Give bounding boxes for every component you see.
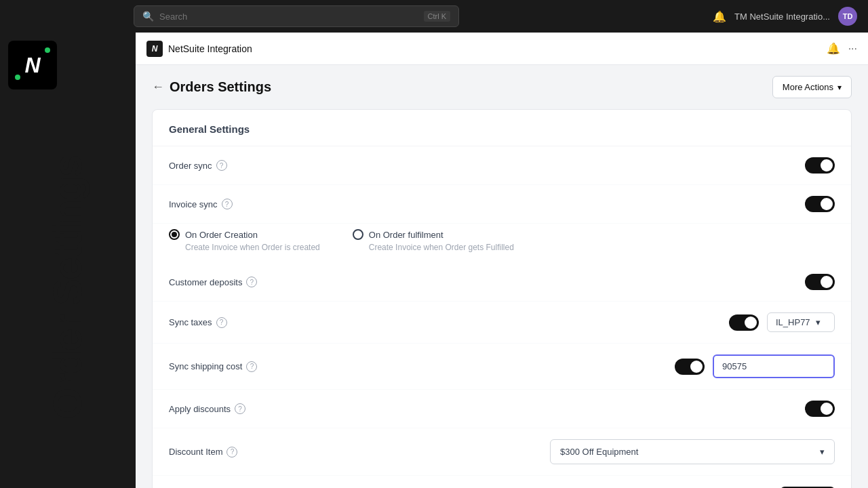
more-actions-label: More Actions xyxy=(783,82,833,92)
logo-dot-green-top xyxy=(45,47,50,53)
top-navigation: 🔍 Ctrl K 🔔 TM NetSuite Integratio... TD xyxy=(0,0,868,33)
apply-discounts-label: Apply discounts ? xyxy=(169,403,359,414)
apply-discounts-control xyxy=(805,401,835,417)
on-order-fulfilment-desc: Create Invoice when Order gets Fulfilled xyxy=(369,243,514,252)
page-title: Orders Settings xyxy=(170,79,271,95)
search-bar[interactable]: 🔍 Ctrl K xyxy=(134,5,459,27)
apply-discounts-toggle[interactable] xyxy=(805,401,835,417)
sync-taxes-dropdown-value: IL_HP77 xyxy=(776,317,810,327)
on-order-creation-text: On Order Creation xyxy=(185,230,258,240)
invoice-sync-row: Invoice sync ? xyxy=(153,185,851,224)
sync-taxes-help-icon[interactable]: ? xyxy=(216,317,227,328)
invoice-sync-help-icon[interactable]: ? xyxy=(222,199,233,209)
sync-taxes-label: Sync taxes ? xyxy=(169,317,359,328)
sync-taxes-chevron-icon: ▾ xyxy=(816,317,821,327)
on-order-creation-desc: Create Invoice when Order is created xyxy=(185,243,320,252)
invoice-sync-label: Invoice sync ? xyxy=(169,199,359,209)
invoice-sub-row: On Order Creation Create Invoice when Or… xyxy=(153,224,851,263)
sync-taxes-dropdown[interactable]: IL_HP77 ▾ xyxy=(767,312,835,332)
app-name: NetSuite Integration xyxy=(168,43,252,54)
nav-right: 🔔 TM NetSuite Integratio... TD xyxy=(713,7,857,26)
header-bell-icon[interactable]: 🔔 xyxy=(827,42,840,55)
back-arrow-icon[interactable]: ← xyxy=(152,80,164,94)
customer-deposits-label: Customer deposits ? xyxy=(169,277,359,287)
chevron-down-icon: ▾ xyxy=(837,83,842,92)
main-layout: N Order Settings N NetSuite Integration … xyxy=(0,33,868,488)
sync-shipping-input[interactable] xyxy=(713,354,835,378)
app-header-right: 🔔 ··· xyxy=(827,42,857,55)
customer-deposits-help-icon[interactable]: ? xyxy=(246,277,257,287)
discount-item-control: $300 Off Equipment ▾ xyxy=(550,439,835,464)
on-order-fulfilment-label-row: On Order fulfilment xyxy=(353,229,514,240)
invoice-sync-control xyxy=(805,196,835,212)
logo-dot-green-bottom xyxy=(15,75,20,80)
general-settings-title: General Settings xyxy=(153,110,851,146)
sidebar-logo: N xyxy=(0,33,136,98)
order-sync-toggle[interactable] xyxy=(805,157,835,174)
user-label: TM NetSuite Integratio... xyxy=(734,12,830,22)
order-sync-label: Order sync ? xyxy=(169,160,359,171)
logo-box: N xyxy=(8,41,57,89)
general-settings-card: General Settings Order sync ? xyxy=(152,109,852,488)
sync-shipping-control xyxy=(675,354,835,378)
customer-deposits-toggle[interactable] xyxy=(805,274,835,290)
sync-shipping-label: Sync shipping cost ? xyxy=(169,361,359,372)
page-area: ← Orders Settings More Actions ▾ General… xyxy=(136,65,868,488)
on-order-creation-label-row: On Order Creation xyxy=(169,229,320,240)
discount-item-row: Discount Item ? $300 Off Equipment ▾ xyxy=(153,428,851,476)
customer-deposits-control xyxy=(805,274,835,290)
more-actions-button[interactable]: More Actions ▾ xyxy=(772,76,852,98)
app-icon: N xyxy=(146,41,163,57)
invoice-sync-toggle[interactable] xyxy=(805,196,835,212)
discount-item-chevron-icon: ▾ xyxy=(820,447,825,457)
discount-item-label: Discount Item ? xyxy=(169,447,359,458)
page-title-area: ← Orders Settings xyxy=(152,79,271,95)
on-order-creation-option: On Order Creation Create Invoice when Or… xyxy=(169,229,320,252)
on-order-fulfilment-option: On Order fulfilment Create Invoice when … xyxy=(353,229,514,252)
sync-shipping-help-icon[interactable]: ? xyxy=(246,361,257,372)
apply-discounts-help-icon[interactable]: ? xyxy=(235,403,245,414)
on-order-creation-radio[interactable] xyxy=(169,229,180,240)
header-more-icon[interactable]: ··· xyxy=(848,43,857,55)
search-icon: 🔍 xyxy=(142,11,154,22)
discount-item-help-icon[interactable]: ? xyxy=(226,447,237,458)
on-order-fulfilment-text: On Order fulfilment xyxy=(369,230,443,240)
search-input[interactable] xyxy=(159,12,418,22)
sync-taxes-control: IL_HP77 ▾ xyxy=(729,312,835,332)
bell-icon[interactable]: 🔔 xyxy=(713,10,726,23)
sync-taxes-toggle[interactable] xyxy=(729,314,759,331)
content-area: N NetSuite Integration 🔔 ··· ← Orders Se… xyxy=(136,33,868,488)
discount-item-value: $300 Off Equipment xyxy=(560,447,638,457)
on-order-fulfilment-radio[interactable] xyxy=(353,229,363,240)
customer-deposits-row: Customer deposits ? xyxy=(153,263,851,302)
save-area: Save xyxy=(153,476,851,488)
order-sync-control xyxy=(805,157,835,174)
sync-shipping-row: Sync shipping cost ? xyxy=(153,344,851,390)
logo-n-letter: N xyxy=(24,53,40,78)
sync-taxes-row: Sync taxes ? IL_HP77 ▾ xyxy=(153,302,851,344)
search-shortcut: Ctrl K xyxy=(424,11,451,22)
app-header: N NetSuite Integration 🔔 ··· xyxy=(136,33,868,65)
discount-item-dropdown[interactable]: $300 Off Equipment ▾ xyxy=(550,439,835,464)
order-sync-row: Order sync ? xyxy=(153,146,851,185)
sidebar-vertical-text: Order Settings xyxy=(47,156,88,420)
left-sidebar: N Order Settings xyxy=(0,33,136,488)
apply-discounts-row: Apply discounts ? xyxy=(153,390,851,428)
page-header: ← Orders Settings More Actions ▾ xyxy=(136,65,868,109)
user-avatar[interactable]: TD xyxy=(838,7,857,26)
order-sync-help-icon[interactable]: ? xyxy=(216,160,227,171)
app-icon-letter: N xyxy=(152,44,158,54)
sync-shipping-toggle[interactable] xyxy=(675,359,705,375)
